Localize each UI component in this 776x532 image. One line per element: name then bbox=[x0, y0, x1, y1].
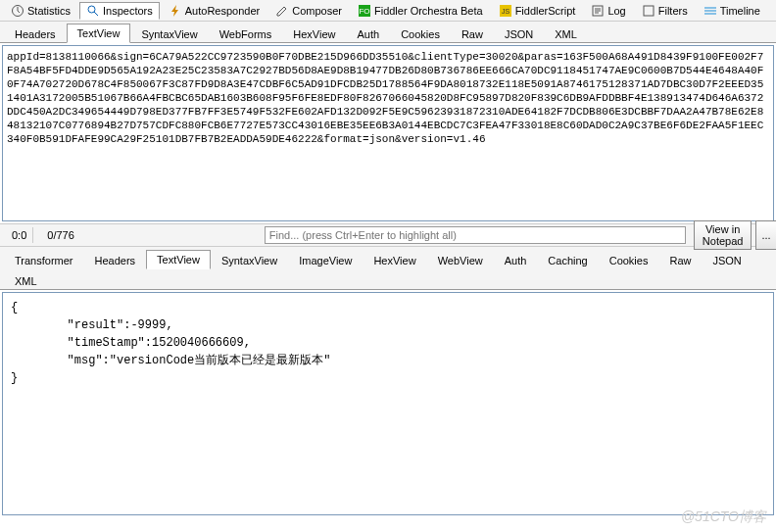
watermark: @51CTO博客 bbox=[681, 508, 766, 526]
rtab-cookies[interactable]: Cookies bbox=[599, 251, 659, 269]
tb-inspectors[interactable]: Inspectors bbox=[79, 2, 160, 20]
tb-autoresponder[interactable]: AutoResponder bbox=[162, 2, 267, 20]
tab-cookies[interactable]: Cookies bbox=[390, 24, 451, 43]
fo-badge-icon: FO bbox=[358, 4, 371, 18]
search-icon bbox=[86, 4, 100, 18]
timeline-icon bbox=[703, 4, 717, 18]
main-toolbar: Statistics Inspectors AutoResponder Comp… bbox=[0, 0, 776, 22]
edit-icon bbox=[275, 4, 289, 18]
svg-text:FO: FO bbox=[359, 7, 369, 16]
rtab-syntaxview[interactable]: SyntaxView bbox=[211, 251, 288, 269]
tb-filters[interactable]: Filters bbox=[635, 2, 695, 20]
rtab-caching[interactable]: Caching bbox=[537, 251, 598, 269]
toolbar-label: Composer bbox=[292, 5, 342, 17]
response-tabstrip: Transformer Headers TextView SyntaxView … bbox=[0, 247, 776, 268]
tab-syntaxview[interactable]: SyntaxView bbox=[130, 24, 208, 43]
tb-orchestra[interactable]: FO Fiddler Orchestra Beta bbox=[351, 2, 490, 20]
request-text-pane[interactable]: appId=8138110066&sign=6CA79A522CC9723590… bbox=[2, 45, 774, 221]
rtab-webview[interactable]: WebView bbox=[427, 251, 494, 269]
bolt-icon bbox=[169, 4, 182, 18]
rtab-auth[interactable]: Auth bbox=[494, 251, 538, 269]
tab-raw[interactable]: Raw bbox=[451, 24, 494, 43]
rtab-hexview[interactable]: HexView bbox=[363, 251, 426, 269]
rtab-xml[interactable]: XML bbox=[4, 271, 48, 290]
selection-info: 0/776 bbox=[41, 227, 80, 243]
rtab-transformer[interactable]: Transformer bbox=[4, 251, 84, 269]
response-text-pane[interactable]: { "result":-9999, "timeStamp":1520040666… bbox=[2, 292, 774, 515]
toolbar-label: Inspectors bbox=[103, 5, 153, 17]
tb-composer[interactable]: Composer bbox=[268, 2, 349, 20]
toolbar-label: Timeline bbox=[720, 5, 760, 17]
clock-icon bbox=[11, 4, 24, 18]
cursor-position: 0:0 bbox=[6, 227, 33, 243]
tab-textview[interactable]: TextView bbox=[67, 24, 131, 43]
tb-statistics[interactable]: Statistics bbox=[4, 2, 77, 20]
rtab-raw[interactable]: Raw bbox=[658, 251, 702, 269]
rtab-headers[interactable]: Headers bbox=[84, 251, 147, 269]
more-button[interactable]: ... bbox=[755, 220, 776, 250]
rtab-imageview[interactable]: ImageView bbox=[288, 251, 363, 269]
tab-xml[interactable]: XML bbox=[544, 24, 588, 43]
find-input[interactable] bbox=[265, 226, 686, 244]
js-badge-icon: JS bbox=[499, 4, 512, 18]
tab-auth[interactable]: Auth bbox=[347, 24, 391, 43]
response-tabstrip-row2: XML bbox=[0, 268, 776, 290]
tab-headers[interactable]: Headers bbox=[4, 24, 67, 43]
tab-json[interactable]: JSON bbox=[494, 24, 544, 43]
tab-webforms[interactable]: WebForms bbox=[209, 24, 283, 43]
toolbar-label: Filters bbox=[658, 5, 688, 17]
tb-log[interactable]: Log bbox=[584, 2, 632, 20]
tb-timeline[interactable]: Timeline bbox=[697, 2, 767, 20]
tab-hexview[interactable]: HexView bbox=[282, 24, 346, 43]
find-box bbox=[265, 226, 686, 244]
toolbar-label: AutoResponder bbox=[185, 5, 260, 17]
rtab-json[interactable]: JSON bbox=[702, 251, 752, 269]
request-tabstrip: Headers TextView SyntaxView WebForms Hex… bbox=[0, 22, 776, 43]
toolbar-label: Statistics bbox=[27, 5, 71, 17]
rtab-textview[interactable]: TextView bbox=[146, 250, 211, 269]
log-icon bbox=[591, 4, 605, 18]
toolbar-label: Log bbox=[607, 5, 625, 17]
svg-point-1 bbox=[88, 6, 95, 13]
tb-fiddlerscript[interactable]: JS FiddlerScript bbox=[492, 2, 583, 20]
svg-text:JS: JS bbox=[502, 8, 510, 15]
request-statusbar: 0:0 0/776 View in Notepad ... bbox=[0, 223, 776, 247]
view-in-notepad-button[interactable]: View in Notepad bbox=[694, 220, 752, 250]
toolbar-label: Fiddler Orchestra Beta bbox=[374, 5, 483, 17]
toolbar-label: FiddlerScript bbox=[515, 5, 576, 17]
filter-icon bbox=[642, 4, 655, 18]
svg-rect-7 bbox=[644, 6, 654, 16]
